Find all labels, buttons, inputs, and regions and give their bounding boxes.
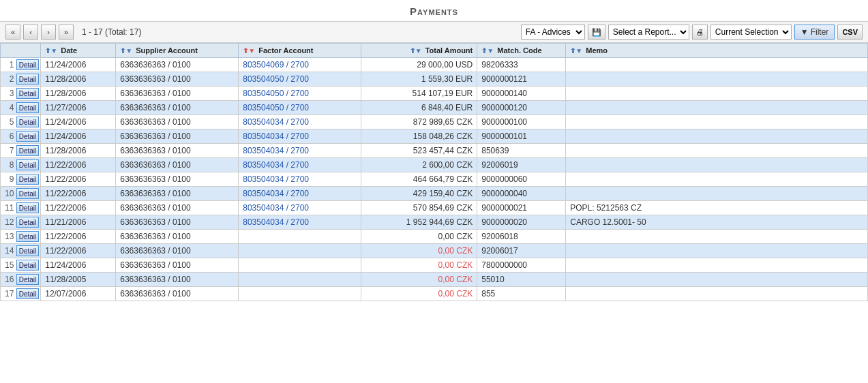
table-row-memo <box>566 258 868 273</box>
detail-button[interactable]: Detail <box>16 245 40 256</box>
page-title: Payments <box>0 0 868 21</box>
table-row-date: 11/24/2006 <box>41 115 116 129</box>
nav-prev-button[interactable]: ‹ <box>23 25 38 40</box>
detail-button[interactable]: Detail <box>16 202 40 213</box>
detail-button[interactable]: Detail <box>16 174 40 185</box>
table-row-supplier: 6363636363 / 0100 <box>116 101 239 115</box>
table-row-num: 6 Detail <box>1 129 41 144</box>
table-row-amount: 0,00 CZK <box>361 230 477 244</box>
filter-label: Filter <box>811 27 829 37</box>
table-row-date: 11/22/2006 <box>41 201 116 215</box>
detail-button[interactable]: Detail <box>16 102 40 113</box>
table-row-memo: CARGO 12.5001- 50 <box>566 215 868 230</box>
table-row-memo <box>566 72 868 87</box>
table-row-supplier: 6363636363 / 0100 <box>116 287 239 301</box>
col-amount[interactable]: ⬆▼ Total Amount <box>361 44 477 58</box>
detail-button[interactable]: Detail <box>16 88 40 99</box>
table-row-supplier: 6363636363 / 0100 <box>116 87 239 101</box>
col-match[interactable]: ⬆▼ Match. Code <box>477 44 566 58</box>
table-row-date: 11/24/2006 <box>41 129 116 144</box>
detail-button[interactable]: Detail <box>16 188 40 199</box>
table-row-match: 55010 <box>477 273 566 287</box>
col-memo[interactable]: ⬆▼ Memo <box>566 44 868 58</box>
detail-button[interactable]: Detail <box>16 274 40 285</box>
table-row-date: 11/28/2006 <box>41 87 116 101</box>
table-row-factor[interactable]: 803504034 / 2700 <box>239 144 361 158</box>
table-row-memo <box>566 115 868 129</box>
toolbar-right: FA - Advices 💾 Select a Report... 🖨 Curr… <box>521 25 863 40</box>
col-factor[interactable]: ⬆▼ Factor Account <box>239 44 361 58</box>
table-row-memo <box>566 273 868 287</box>
table-row-amount: 0,00 CZK <box>361 273 477 287</box>
detail-button[interactable]: Detail <box>16 131 40 142</box>
table-row-factor[interactable]: 803504050 / 2700 <box>239 72 361 87</box>
table-row-factor[interactable]: 803504034 / 2700 <box>239 115 361 129</box>
detail-button[interactable]: Detail <box>16 231 40 242</box>
table-row-factor[interactable]: 803504069 / 2700 <box>239 58 361 72</box>
table-row-date: 11/24/2006 <box>41 258 116 273</box>
table-row-date: 11/27/2006 <box>41 101 116 115</box>
table-row-factor[interactable]: 803504034 / 2700 <box>239 158 361 172</box>
print-button[interactable]: 🖨 <box>692 25 708 40</box>
table-row-memo <box>566 87 868 101</box>
table-row-num: 11 Detail <box>1 201 41 215</box>
table-row-amount: 6 848,40 EUR <box>361 101 477 115</box>
table-row-memo <box>566 144 868 158</box>
table-row-factor[interactable]: 803504034 / 2700 <box>239 201 361 215</box>
csv-button[interactable]: CSV <box>837 25 863 40</box>
table-row-memo <box>566 287 868 301</box>
table-row-supplier: 6363636363 / 0100 <box>116 215 239 230</box>
table-row-supplier: 6363636363 / 0100 <box>116 144 239 158</box>
current-selection-select[interactable]: Current Selection <box>710 25 792 40</box>
table-row-factor[interactable]: 803504034 / 2700 <box>239 215 361 230</box>
payments-table: ⬆▼ Date ⬆▼ Supplier Account ⬆▼ Factor Ac… <box>0 43 868 301</box>
detail-button[interactable]: Detail <box>16 217 40 228</box>
table-row-supplier: 6363636363 / 0100 <box>116 258 239 273</box>
table-row-date: 11/22/2006 <box>41 230 116 244</box>
col-date[interactable]: ⬆▼ Date <box>41 44 116 58</box>
nav-last-button[interactable]: » <box>59 25 74 40</box>
detail-button[interactable]: Detail <box>16 288 40 299</box>
table-row-date: 11/22/2006 <box>41 172 116 187</box>
table-row-memo <box>566 58 868 72</box>
detail-button[interactable]: Detail <box>16 260 40 271</box>
fa-advices-select[interactable]: FA - Advices <box>521 25 585 40</box>
table-row-match: 92006018 <box>477 230 566 244</box>
nav-next-button[interactable]: › <box>41 25 56 40</box>
save-view-button[interactable]: 💾 <box>588 25 605 40</box>
filter-button[interactable]: ▼ Filter <box>794 25 835 40</box>
table-row-num: 5 Detail <box>1 115 41 129</box>
table-row-date: 12/07/2006 <box>41 287 116 301</box>
table-row-amount: 1 952 944,69 CZK <box>361 215 477 230</box>
table-row-supplier: 6363636363 / 0100 <box>116 273 239 287</box>
col-supplier[interactable]: ⬆▼ Supplier Account <box>116 44 239 58</box>
table-row-num: 9 Detail <box>1 172 41 187</box>
table-row-factor[interactable]: 803504050 / 2700 <box>239 101 361 115</box>
table-row-match: 9000000021 <box>477 201 566 215</box>
table-row-match: 92006019 <box>477 158 566 172</box>
table-row-amount: 0,00 CZK <box>361 258 477 273</box>
table-row-supplier: 6363636363 / 0100 <box>116 158 239 172</box>
table-row-factor[interactable]: 803504034 / 2700 <box>239 187 361 201</box>
table-row-memo <box>566 187 868 201</box>
detail-button[interactable]: Detail <box>16 74 40 85</box>
table-row-supplier: 6363636363 / 0100 <box>116 129 239 144</box>
table-row-factor[interactable]: 803504050 / 2700 <box>239 87 361 101</box>
table-row-amount: 514 107,19 EUR <box>361 87 477 101</box>
table-row-factor <box>239 273 361 287</box>
table-row-factor[interactable]: 803504034 / 2700 <box>239 129 361 144</box>
detail-button[interactable]: Detail <box>16 159 40 170</box>
select-report-select[interactable]: Select a Report... <box>608 25 689 40</box>
detail-button[interactable]: Detail <box>16 59 40 70</box>
table-row-match: 9000000120 <box>477 101 566 115</box>
table-row-amount: 570 854,69 CZK <box>361 201 477 215</box>
table-row-factor[interactable]: 803504034 / 2700 <box>239 172 361 187</box>
table-row-amount: 29 000,00 USD <box>361 58 477 72</box>
table-row-num: 8 Detail <box>1 158 41 172</box>
detail-button[interactable]: Detail <box>16 145 40 156</box>
detail-button[interactable]: Detail <box>16 117 40 127</box>
table-row-num: 15 Detail <box>1 258 41 273</box>
nav-first-button[interactable]: « <box>5 25 20 40</box>
table-row-match: 92006017 <box>477 244 566 258</box>
table-row-date: 11/24/2006 <box>41 58 116 72</box>
